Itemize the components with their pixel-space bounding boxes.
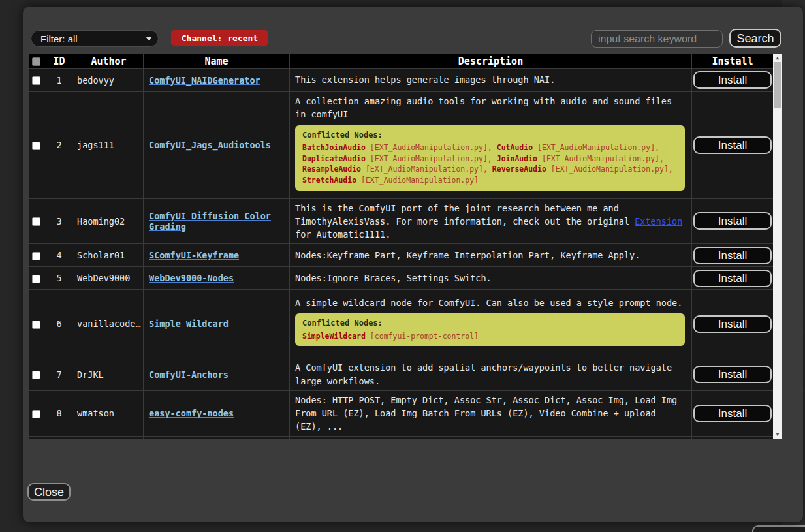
conflict-node-name: ReverseAudio <box>492 164 546 174</box>
scrollbar-thumb[interactable] <box>774 62 781 108</box>
select-all-checkbox[interactable] <box>32 57 40 66</box>
extension-name-link[interactable]: SComfyUI-Keyframe <box>149 250 239 260</box>
row-install-cell: Install <box>692 92 774 199</box>
conflict-node-source: [EXT_AudioManipulation.py], <box>366 143 497 152</box>
extension-name-link[interactable]: ComfyUI Diffusion Color Grading <box>149 211 271 232</box>
install-button[interactable]: Install <box>693 405 772 422</box>
row-id: 4 <box>44 244 74 267</box>
extension-name-link[interactable]: ComfyUI-Anchors <box>149 369 229 380</box>
select-all-header <box>29 54 44 69</box>
search-input[interactable] <box>591 30 723 48</box>
row-checkbox[interactable] <box>32 410 40 418</box>
install-button[interactable]: Install <box>693 212 772 230</box>
extension-name-link[interactable]: ComfyUI_Jags_Audiotools <box>149 140 271 150</box>
row-description: A simple wildcard node for ComfyUI. Can … <box>290 290 692 358</box>
install-button[interactable]: Install <box>693 366 772 383</box>
table-row: 2jags111ComfyUI_Jags_AudiotoolsA collect… <box>29 92 774 199</box>
row-checkbox[interactable] <box>32 142 40 150</box>
row-id: 2 <box>44 92 74 199</box>
row-checkbox[interactable] <box>32 217 40 226</box>
install-button[interactable]: Install <box>693 270 772 287</box>
table-row: 9SoftMengComfyUI_Mexx_StylerNodes: Comfy… <box>29 436 774 439</box>
row-name-cell: ComfyUI-Anchors <box>144 358 290 391</box>
table-scrollbar[interactable]: ▲ ▼ <box>773 54 782 439</box>
row-author: SoftMeng <box>74 436 144 439</box>
row-id: 7 <box>44 358 74 391</box>
search-button[interactable]: Search <box>729 29 781 48</box>
conflict-node-source: [EXT_AudioManipulation.py], <box>361 164 492 174</box>
description-link[interactable]: Extension <box>635 216 682 227</box>
row-checkbox[interactable] <box>32 76 40 85</box>
header-author: Author <box>74 54 144 69</box>
extension-name-link[interactable]: Simple Wildcard <box>149 319 229 329</box>
table-row: 8wmatsoneasy-comfy-nodesNodes: HTTP POST… <box>29 390 774 436</box>
row-id: 6 <box>44 290 74 358</box>
row-checkbox[interactable] <box>32 321 40 329</box>
row-install-cell: Install <box>692 290 774 358</box>
row-checkbox[interactable] <box>32 275 40 283</box>
row-name-cell: ComfyUI Diffusion Color Grading <box>144 198 290 244</box>
row-checkbox-cell <box>29 358 44 391</box>
row-id: 5 <box>44 267 74 290</box>
install-button[interactable]: Install <box>693 315 772 333</box>
conflict-node-name: JoinAudio <box>497 154 537 163</box>
table-row: 6vanillacode…Simple WildcardA simple wil… <box>29 290 774 358</box>
row-description: Nodes:Ignore Braces, Settings Switch. <box>290 267 692 290</box>
row-checkbox-cell <box>29 390 44 436</box>
conflict-node-source: [comfyui-prompt-control] <box>366 332 479 341</box>
extension-name-link[interactable]: easy-comfy-nodes <box>149 408 234 418</box>
conflict-node-source: [EXT_AudioManipulation.py], <box>366 154 497 163</box>
table-row: 4Scholar01SComfyUI-KeyframeNodes:Keyfram… <box>29 244 774 267</box>
channel-badge: Channel: recent <box>171 30 268 46</box>
conflict-node-name: BatchJoinAudio <box>302 143 366 152</box>
row-author: WebDev9000 <box>74 267 144 290</box>
scroll-up-arrow-icon[interactable]: ▲ <box>773 54 782 62</box>
scroll-down-arrow-icon[interactable]: ▼ <box>773 430 782 439</box>
install-button[interactable]: Install <box>693 136 772 154</box>
row-checkbox[interactable] <box>32 252 40 260</box>
conflict-node-name: CutAudio <box>497 143 533 152</box>
table-header-row: ID Author Name Description Install <box>29 54 774 69</box>
row-name-cell: SComfyUI-Keyframe <box>144 244 290 267</box>
row-id: 8 <box>44 390 74 436</box>
extensions-table: ID Author Name Description Install 1bedo… <box>28 54 774 439</box>
extension-name-link[interactable]: WebDev9000-Nodes <box>149 273 234 283</box>
row-checkbox-cell <box>29 244 44 267</box>
filter-select[interactable]: Filter: all <box>31 30 159 47</box>
table-row: 7DrJKLComfyUI-AnchorsA ComfyUI extension… <box>29 358 774 391</box>
extensions-table-container: ID Author Name Description Install 1bedo… <box>28 54 782 439</box>
header-install: Install <box>692 54 774 69</box>
row-description: This extension helps generate images thr… <box>290 69 692 92</box>
row-name-cell: ComfyUI_Mexx_Styler <box>144 436 290 439</box>
row-name-cell: ComfyUI_NAIDGenerator <box>144 69 290 92</box>
conflict-node-source: [EXT_AudioManipulation.py], <box>546 164 673 174</box>
row-name-cell: easy-comfy-nodes <box>144 390 290 436</box>
row-install-cell: Install <box>692 267 774 290</box>
row-checkbox[interactable] <box>32 371 40 379</box>
custom-nodes-manager-dialog: Filter: all Channel: recent Search ID Au… <box>23 7 803 522</box>
row-checkbox-cell <box>29 198 44 244</box>
row-install-cell: Install <box>692 244 774 267</box>
row-description: A collection amazing audio tools for wor… <box>290 92 692 199</box>
extension-name-link[interactable]: ComfyUI_NAIDGenerator <box>149 75 260 86</box>
row-name-cell: WebDev9000-Nodes <box>144 267 290 290</box>
conflicted-nodes-warning: Conflicted Nodes:BatchJoinAudio [EXT_Aud… <box>295 125 685 191</box>
row-checkbox-cell <box>29 92 44 199</box>
install-button[interactable]: Install <box>693 247 772 264</box>
row-description: Nodes: ComfyUI Mexx Styler, ComfyUI Mexx… <box>290 436 692 439</box>
conflicted-nodes-warning: Conflicted Nodes:SimpleWildcard [comfyui… <box>295 313 685 346</box>
row-author: DrJKL <box>74 358 144 391</box>
conflict-node-name: SimpleWildcard <box>302 332 366 341</box>
row-author: Scholar01 <box>74 244 144 267</box>
install-button[interactable]: Install <box>693 71 772 89</box>
close-button[interactable]: Close <box>27 483 71 501</box>
conflict-node-source: [EXT_AudioManipulation.py], <box>533 143 659 152</box>
row-author: bedovyy <box>74 69 144 92</box>
row-id: 1 <box>44 69 74 92</box>
row-install-cell: Install <box>692 198 774 244</box>
row-name-cell: ComfyUI_Jags_Audiotools <box>144 92 290 199</box>
row-author: Haoming02 <box>74 198 144 244</box>
row-description: This is the ComfyUI port of the joint re… <box>290 198 692 244</box>
conflict-node-name: ResampleAudio <box>302 164 361 174</box>
header-description: Description <box>290 54 692 69</box>
